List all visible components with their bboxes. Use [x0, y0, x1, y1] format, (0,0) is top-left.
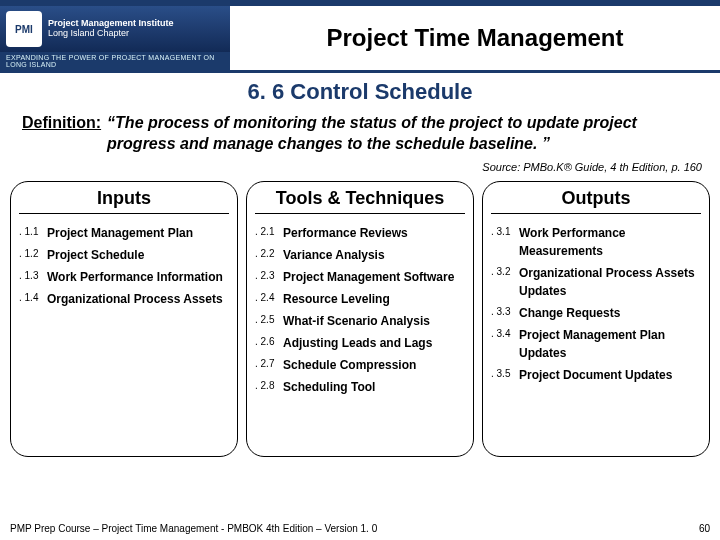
output-item-num: . 3.5: [491, 366, 513, 381]
tool-item-label: Performance Reviews: [283, 224, 408, 242]
output-item-row: . 3.1Work Performance Measurements: [491, 224, 701, 260]
tool-item-row: . 2.1Performance Reviews: [255, 224, 465, 242]
input-item-label: Project Schedule: [47, 246, 144, 264]
input-item-row: . 1.1Project Management Plan: [19, 224, 229, 242]
tool-item-row: . 2.5What-if Scenario Analysis: [255, 312, 465, 330]
tool-item-row: . 2.7Schedule Compression: [255, 356, 465, 374]
logo-line2: Long Island Chapter: [48, 29, 174, 39]
panel-inputs: Inputs . 1.1Project Management Plan. 1.2…: [10, 181, 238, 457]
page-number: 60: [699, 523, 710, 534]
tool-item-label: Variance Analysis: [283, 246, 385, 264]
output-item-row: . 3.5Project Document Updates: [491, 366, 701, 384]
panel-outputs: Outputs . 3.1Work Performance Measuremen…: [482, 181, 710, 457]
tool-item-label: Schedule Compression: [283, 356, 416, 374]
pmi-logo-icon: PMI: [6, 11, 42, 47]
tool-item-num: . 2.7: [255, 356, 277, 371]
page-title: Project Time Management: [230, 16, 720, 60]
tool-item-num: . 2.6: [255, 334, 277, 349]
output-item-num: . 3.4: [491, 326, 513, 341]
panel-tools: Tools & Techniques . 2.1Performance Revi…: [246, 181, 474, 457]
output-item-label: Organizational Process Assets Updates: [519, 264, 701, 300]
footer: PMP Prep Course – Project Time Managemen…: [10, 523, 710, 534]
tool-item-label: What-if Scenario Analysis: [283, 312, 430, 330]
definition-label: Definition:: [22, 113, 101, 155]
output-item-label: Project Management Plan Updates: [519, 326, 701, 362]
panel-inputs-title: Inputs: [19, 188, 229, 214]
source-citation: Source: PMBo.K® Guide, 4 th Edition, p. …: [0, 155, 720, 177]
input-item-num: . 1.4: [19, 290, 41, 305]
tool-item-row: . 2.4Resource Leveling: [255, 290, 465, 308]
input-item-num: . 1.2: [19, 246, 41, 261]
tool-item-row: . 2.2Variance Analysis: [255, 246, 465, 264]
tool-item-label: Scheduling Tool: [283, 378, 375, 396]
tool-item-num: . 2.5: [255, 312, 277, 327]
output-item-row: . 3.3Change Requests: [491, 304, 701, 322]
panel-outputs-title: Outputs: [491, 188, 701, 214]
chapter-logo: PMI Project Management Institute Long Is…: [0, 6, 230, 52]
tool-item-label: Resource Leveling: [283, 290, 390, 308]
output-item-label: Work Performance Measurements: [519, 224, 701, 260]
input-item-row: . 1.3Work Performance Information: [19, 268, 229, 286]
tool-item-label: Project Management Software: [283, 268, 454, 286]
output-item-label: Project Document Updates: [519, 366, 672, 384]
tool-item-row: . 2.6Adjusting Leads and Lags: [255, 334, 465, 352]
output-item-row: . 3.4Project Management Plan Updates: [491, 326, 701, 362]
panel-tools-title: Tools & Techniques: [255, 188, 465, 214]
tool-item-num: . 2.3: [255, 268, 277, 283]
tool-item-num: . 2.8: [255, 378, 277, 393]
header: PMI Project Management Institute Long Is…: [0, 6, 720, 73]
input-item-num: . 1.1: [19, 224, 41, 239]
input-item-row: . 1.2Project Schedule: [19, 246, 229, 264]
output-item-num: . 3.3: [491, 304, 513, 319]
output-item-label: Change Requests: [519, 304, 620, 322]
input-item-label: Work Performance Information: [47, 268, 223, 286]
tool-item-num: . 2.1: [255, 224, 277, 239]
tool-item-label: Adjusting Leads and Lags: [283, 334, 432, 352]
input-item-num: . 1.3: [19, 268, 41, 283]
section-title: 6. 6 Control Schedule: [0, 79, 720, 105]
tool-item-num: . 2.4: [255, 290, 277, 305]
input-item-label: Project Management Plan: [47, 224, 193, 242]
output-item-num: . 3.1: [491, 224, 513, 239]
tool-item-row: . 2.3Project Management Software: [255, 268, 465, 286]
input-item-row: . 1.4Organizational Process Assets: [19, 290, 229, 308]
output-item-row: . 3.2Organizational Process Assets Updat…: [491, 264, 701, 300]
input-item-label: Organizational Process Assets: [47, 290, 223, 308]
definition-text: “The process of monitoring the status of…: [107, 113, 698, 155]
definition-block: Definition: “The process of monitoring t…: [0, 113, 720, 155]
footer-text: PMP Prep Course – Project Time Managemen…: [10, 523, 377, 534]
ito-panels: Inputs . 1.1Project Management Plan. 1.2…: [0, 177, 720, 457]
output-item-num: . 3.2: [491, 264, 513, 279]
tool-item-row: . 2.8Scheduling Tool: [255, 378, 465, 396]
logo-tagline: EXPANDING THE POWER OF PROJECT MANAGEMEN…: [0, 52, 230, 70]
tool-item-num: . 2.2: [255, 246, 277, 261]
